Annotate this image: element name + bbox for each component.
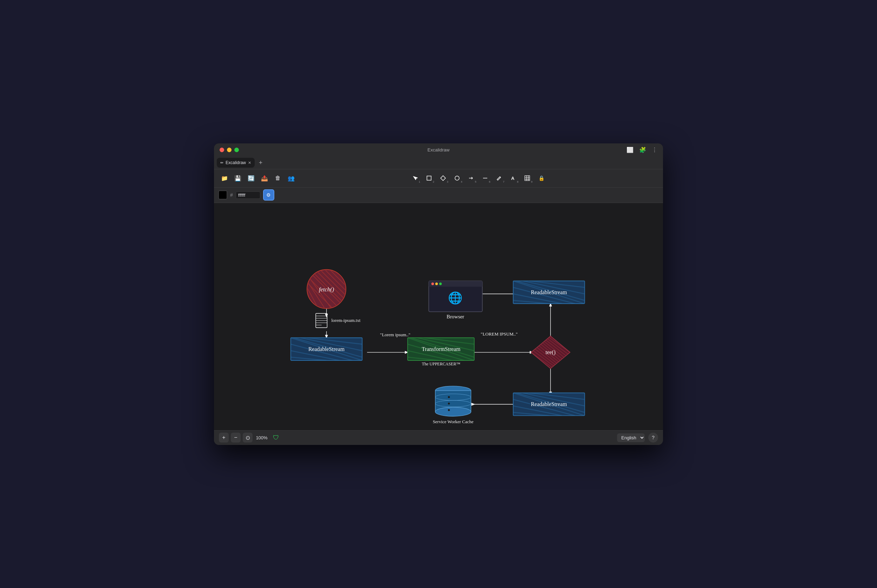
color-input[interactable] (236, 192, 260, 199)
diagram-svg: fetch() lorem-ipsum.txt (214, 203, 663, 430)
svg-point-86 (435, 282, 438, 285)
puzzle-icon[interactable]: 🧩 (639, 147, 646, 153)
export-button[interactable]: 🔄 (245, 172, 257, 184)
bottom-right: English ? (617, 433, 658, 442)
bottom-bar: + − ⊙ 100% 🛡 English ? (214, 430, 663, 445)
svg-point-118 (448, 409, 450, 411)
close-button[interactable] (219, 148, 224, 152)
title-bar-actions: ⬜ 🧩 ⋮ (626, 147, 663, 153)
svg-text:The UPPERCASER™: The UPPERCASER™ (422, 361, 461, 366)
circle-tool[interactable]: 4 (451, 171, 464, 185)
new-document-icon[interactable]: ⬜ (626, 147, 634, 153)
title-bar: Excalidraw ⬜ 🧩 ⋮ (214, 143, 663, 157)
svg-text:A: A (511, 176, 515, 181)
canvas-area[interactable]: fetch() lorem-ipsum.txt (214, 203, 663, 430)
svg-text:Service Worker Cache: Service Worker Cache (433, 418, 474, 424)
svg-text:tee(): tee() (545, 349, 556, 356)
tab-bar: ✏ Excalidraw ✕ + (214, 157, 663, 170)
new-tab-button[interactable]: + (256, 158, 265, 167)
table-tool[interactable]: 9 (521, 171, 534, 185)
diamond-tool[interactable]: 3 (436, 171, 450, 185)
svg-point-113 (435, 407, 471, 416)
rectangle-tool[interactable]: 2 (422, 171, 436, 185)
zoom-in-button[interactable]: + (219, 433, 229, 442)
svg-text:TransformStream: TransformStream (422, 346, 460, 352)
svg-text:lorem-ipsum.txt: lorem-ipsum.txt (332, 317, 361, 322)
mac-window: Excalidraw ⬜ 🧩 ⋮ ✏ Excalidraw ✕ + 📁 💾 🔄 … (214, 143, 663, 445)
pencil-tool[interactable]: 7 (493, 171, 506, 185)
import-button[interactable]: 📤 (258, 172, 271, 184)
svg-text:"LOREM IPSUM..": "LOREM IPSUM.." (481, 331, 517, 336)
window-title: Excalidraw (428, 147, 450, 153)
svg-rect-7 (525, 176, 530, 181)
hash-label: # (230, 192, 233, 198)
save-button[interactable]: 💾 (231, 172, 244, 184)
svg-point-117 (448, 402, 450, 405)
svg-text:Browser: Browser (447, 314, 464, 319)
settings-gear-button[interactable]: ⚙ (263, 189, 274, 201)
svg-text:ReadableStream: ReadableStream (308, 346, 344, 352)
toolbar: 📁 💾 🔄 📤 🗑 👥 1 2 3 4 (214, 170, 663, 188)
stroke-color-swatch[interactable] (218, 190, 227, 200)
delete-button[interactable]: 🗑 (272, 172, 284, 184)
zoom-level: 100% (255, 435, 269, 440)
text-tool[interactable]: A 8 (506, 171, 520, 185)
line-tool[interactable]: 6 (479, 171, 492, 185)
zoom-controls: + − ⊙ 100% 🛡 (219, 433, 279, 442)
collaborate-button[interactable]: 👥 (285, 172, 297, 184)
maximize-button[interactable] (234, 148, 239, 152)
svg-text:🌐: 🌐 (448, 291, 463, 305)
tab-label: Excalidraw (225, 160, 246, 165)
tab-favicon: ✏ (220, 160, 224, 165)
svg-rect-0 (427, 176, 431, 180)
lock-tool[interactable]: 🔒 (535, 171, 548, 185)
zoom-out-button[interactable]: − (231, 433, 241, 442)
minimize-button[interactable] (227, 148, 231, 152)
svg-marker-1 (441, 176, 446, 181)
svg-text:fetch(): fetch() (319, 286, 334, 292)
svg-point-2 (455, 176, 459, 180)
open-button[interactable]: 📁 (218, 172, 231, 184)
color-bar: # ⚙ (214, 188, 663, 203)
svg-point-85 (431, 282, 434, 285)
traffic-lights (214, 148, 239, 152)
fit-to-screen-button[interactable]: ⊙ (243, 433, 252, 442)
svg-point-116 (448, 396, 450, 398)
arrow-tool[interactable]: 5 (464, 171, 478, 185)
svg-point-87 (439, 282, 442, 285)
help-button[interactable]: ? (648, 433, 658, 442)
more-options-icon[interactable]: ⋮ (652, 147, 658, 153)
svg-text:ReadableStream: ReadableStream (531, 401, 567, 407)
shield-icon: 🛡 (273, 434, 279, 441)
language-select[interactable]: English (617, 434, 645, 442)
tab-close-button[interactable]: ✕ (248, 160, 251, 165)
tool-group: 1 2 3 4 5 6 7 (298, 171, 658, 185)
select-tool[interactable]: 1 (408, 171, 422, 185)
svg-text:"Lorem ipsum..": "Lorem ipsum.." (380, 332, 410, 337)
svg-line-5 (500, 177, 501, 177)
svg-text:ReadableStream: ReadableStream (531, 289, 567, 295)
tab-excalidraw[interactable]: ✏ Excalidraw ✕ (217, 158, 255, 168)
